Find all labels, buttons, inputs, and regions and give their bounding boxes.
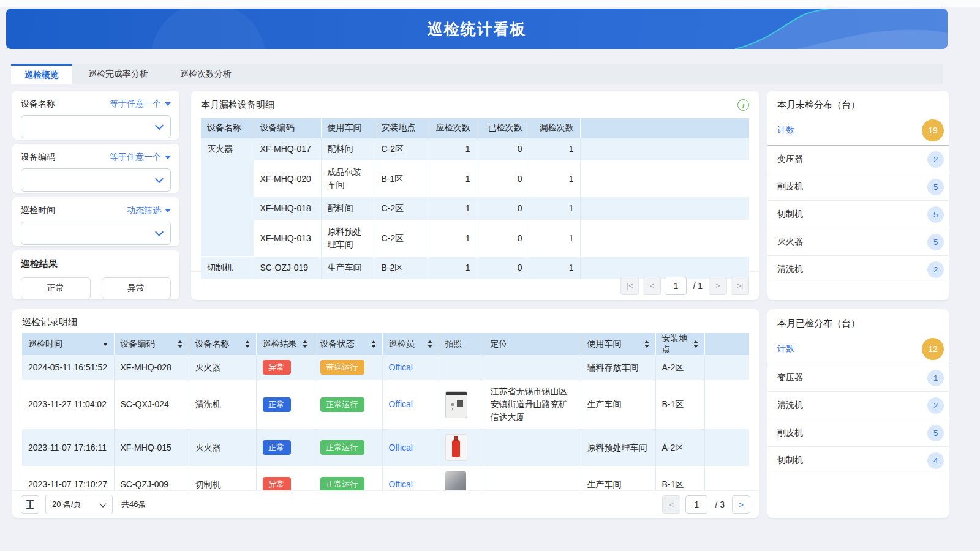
- filter-card-device-name: 设备名称 等于任意一个: [12, 91, 179, 140]
- column-header-0[interactable]: 设备名称: [201, 118, 254, 138]
- photo-thumbnail[interactable]: [445, 471, 466, 491]
- install-area-cell: A-2区: [655, 429, 704, 467]
- location-cell: [484, 467, 581, 492]
- photo-thumbnail[interactable]: [445, 434, 467, 461]
- photo-thumbnail[interactable]: [445, 391, 467, 418]
- inspector-link[interactable]: Offical: [389, 362, 413, 372]
- filler-cell: [580, 220, 749, 257]
- tab-completion-rate-analysis[interactable]: 巡检完成率分析: [72, 64, 164, 84]
- device-name-cell: 灭火器: [201, 138, 254, 257]
- column-header-0[interactable]: 巡检时间: [22, 333, 114, 355]
- count-measure-link[interactable]: 计数: [777, 125, 794, 136]
- first-page-button[interactable]: |<: [620, 277, 639, 295]
- column-header-5[interactable]: 巡检员: [382, 333, 439, 355]
- distribution-item-row: 灭火器5: [767, 228, 949, 256]
- column-label: 巡检员: [389, 339, 415, 350]
- column-header-6[interactable]: 漏检次数: [529, 118, 580, 138]
- column-settings-button[interactable]: [21, 495, 39, 514]
- location-cell: [484, 355, 581, 380]
- prev-page-button[interactable]: <: [643, 277, 661, 295]
- count-badge: 12: [922, 338, 944, 360]
- column-header-8[interactable]: 使用车间: [581, 333, 655, 355]
- result-cell: 正常: [256, 429, 314, 467]
- page-number-input[interactable]: 1: [685, 495, 707, 514]
- filler-cell: [704, 355, 749, 380]
- inspection-records-card: 巡检记录明细 巡检时间设备编码设备名称巡检结果设备状态巡检员拍照定位使用车间安装…: [12, 309, 759, 518]
- item-count-badge: 2: [927, 261, 944, 278]
- records-table-viewport: 巡检时间设备编码设备名称巡检结果设备状态巡检员拍照定位使用车间安装地点 2024…: [22, 333, 749, 491]
- device-code-select[interactable]: [21, 168, 171, 192]
- due-count-cell: 1: [428, 197, 477, 220]
- column-header-3[interactable]: 巡检结果: [256, 333, 314, 355]
- checked-distribution-list: 计数12变压器1清洗机2削皮机5切制机4: [767, 334, 949, 474]
- inspection-records-title: 巡检记录明细: [22, 317, 77, 327]
- result-badge: 异常: [263, 360, 291, 375]
- checked-count-cell: 0: [477, 138, 529, 161]
- workshop-cell: 生产车间: [581, 380, 655, 429]
- column-header-1[interactable]: 设备编码: [114, 333, 189, 355]
- result-badge: 正常: [263, 397, 291, 412]
- prev-page-button[interactable]: <: [662, 495, 680, 514]
- sort-both-icon: [690, 340, 698, 348]
- photo-cell: [439, 355, 484, 380]
- inspection-time-select[interactable]: [21, 222, 171, 245]
- column-header-2[interactable]: 使用车间: [321, 118, 375, 138]
- due-count-cell: 1: [428, 161, 477, 197]
- info-icon[interactable]: i: [737, 99, 749, 111]
- unchecked-distribution-title: 本月未检分布（台）: [767, 91, 949, 116]
- device-name-select[interactable]: [21, 115, 171, 138]
- filter-operator-link[interactable]: 等于任意一个: [110, 152, 171, 163]
- inspector-cell: Offical: [382, 380, 439, 429]
- unchecked-distribution-card: 本月未检分布（台） 计数19变压器2削皮机5切制机5灭火器5清洗机2: [767, 91, 949, 300]
- filter-card-device-code: 设备编码 等于任意一个: [12, 144, 179, 193]
- column-header-1[interactable]: 设备编码: [254, 118, 321, 138]
- page-count-label: / 1: [693, 281, 703, 291]
- inspector-link[interactable]: Offical: [389, 399, 413, 409]
- tab-bar: 巡检概览巡检完成率分析巡检次数分析: [11, 64, 943, 84]
- last-page-button[interactable]: >|: [731, 277, 749, 295]
- banner: 巡检统计看板: [6, 9, 948, 49]
- page-size-select[interactable]: 20 条/页: [45, 495, 113, 514]
- item-count-badge: 5: [927, 206, 944, 223]
- page-number-input[interactable]: 1: [665, 277, 687, 295]
- device-code-cell: XF-MHQ-028: [114, 355, 189, 380]
- filter-operator-link[interactable]: 等于任意一个: [110, 99, 171, 110]
- status-badge: 正常运行: [320, 440, 364, 455]
- inspector-link[interactable]: Offical: [389, 479, 413, 489]
- tab-overview[interactable]: 巡检概览: [11, 64, 72, 84]
- workshop-cell: 配料间: [321, 197, 375, 220]
- filler-cell: [704, 467, 749, 492]
- distribution-item-row: 切制机5: [767, 201, 949, 228]
- distribution-count-row: 计数12: [767, 334, 949, 364]
- sort-both-icon: [299, 340, 307, 348]
- filter-operator-link[interactable]: 动态筛选: [127, 205, 171, 216]
- item-label: 变压器: [777, 372, 803, 383]
- next-page-button[interactable]: >: [709, 277, 727, 295]
- distribution-count-row: 计数19: [767, 116, 949, 146]
- filter-operator-text: 等于任意一个: [110, 99, 161, 110]
- distribution-item-row: 清洗机2: [767, 256, 949, 283]
- distribution-item-row: 变压器1: [767, 364, 949, 392]
- missed-table-pagination: |< < 1 / 1 > >|: [191, 271, 759, 300]
- page-title: 巡检统计看板: [6, 9, 948, 49]
- column-header-4[interactable]: 应检次数: [428, 118, 477, 138]
- count-measure-link[interactable]: 计数: [777, 343, 794, 354]
- column-header-5[interactable]: 已检次数: [477, 118, 529, 138]
- result-normal-button[interactable]: 正常: [21, 277, 91, 299]
- column-header-9[interactable]: 安装地点: [655, 333, 704, 355]
- inspection-time-cell: 2023-11-07 17:10:27: [22, 467, 114, 492]
- inspector-link[interactable]: Offical: [389, 443, 413, 452]
- tab-count-analysis[interactable]: 巡检次数分析: [164, 64, 247, 84]
- photo-cell: [439, 429, 484, 467]
- column-header-3[interactable]: 安装地点: [375, 118, 428, 138]
- location-cell: [484, 429, 581, 467]
- install-area-cell: C-2区: [375, 138, 428, 161]
- column-header-2[interactable]: 设备名称: [189, 333, 256, 355]
- result-abnormal-button[interactable]: 异常: [102, 277, 172, 299]
- device-code-cell: XF-MHQ-017: [254, 138, 321, 161]
- install-area-cell: C-2区: [375, 197, 428, 220]
- next-page-button[interactable]: >: [732, 495, 750, 514]
- sort-both-icon: [641, 340, 649, 348]
- column-header-4[interactable]: 设备状态: [314, 333, 382, 355]
- sort-desc-icon: [99, 343, 108, 346]
